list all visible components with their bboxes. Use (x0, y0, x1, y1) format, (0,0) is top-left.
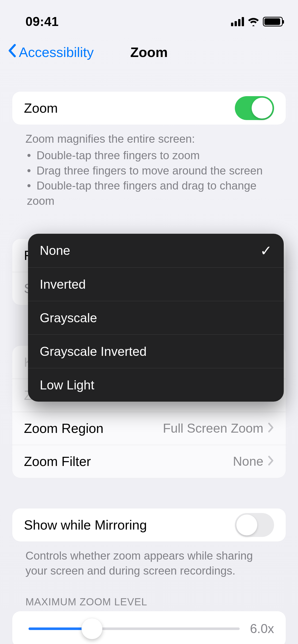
zoom-switch[interactable] (235, 96, 274, 120)
filter-option-grayscale[interactable]: Grayscale (28, 301, 284, 334)
filter-option-none[interactable]: None ✓ (28, 234, 284, 267)
zoom-filter-label: Zoom Filter (24, 454, 91, 469)
filter-option-inverted[interactable]: Inverted (28, 267, 284, 301)
zoom-help-lead: Zoom magnifies the entire screen: (25, 131, 273, 148)
zoom-region-value: Full Screen Zoom (163, 421, 263, 436)
max-zoom-header: MAXIMUM ZOOM LEVEL (12, 596, 286, 611)
wifi-icon (248, 17, 259, 26)
zoom-region-label: Zoom Region (24, 421, 103, 436)
mirroring-row: Show while Mirroring (12, 508, 286, 541)
zoom-toggle-label: Zoom (24, 100, 58, 116)
status-icons (231, 17, 283, 26)
battery-icon (263, 17, 283, 26)
filter-option-label: None (40, 243, 70, 258)
filter-option-label: Grayscale (40, 311, 97, 325)
chevron-right-icon (268, 454, 274, 469)
mirroring-label: Show while Mirroring (24, 517, 147, 533)
mirroring-group: Show while Mirroring (12, 508, 286, 541)
zoom-help-bullet: Double-tap three fingers and drag to cha… (27, 178, 273, 208)
navigation-bar: Accessibility Zoom (0, 36, 298, 69)
status-bar: 09:41 (0, 0, 298, 36)
zoom-toggle-group: Zoom (12, 92, 286, 125)
checkmark-icon: ✓ (260, 242, 272, 259)
max-zoom-slider[interactable] (29, 627, 240, 630)
chevron-right-icon (268, 421, 274, 436)
mirroring-help-text: Controls whether zoom appears while shar… (12, 541, 286, 578)
filter-option-grayscale-inverted[interactable]: Grayscale Inverted (28, 334, 284, 368)
back-label: Accessibility (19, 44, 94, 60)
zoom-help-text: Zoom magnifies the entire screen: Double… (12, 125, 286, 208)
zoom-help-bullet: Drag three fingers to move around the sc… (27, 163, 273, 178)
cellular-signal-icon (231, 17, 244, 26)
mirroring-switch[interactable] (235, 513, 274, 537)
max-zoom-value: 6.0x (250, 621, 274, 636)
max-zoom-row: 6.0x (12, 611, 286, 644)
filter-option-label: Low Light (40, 378, 94, 392)
filter-option-label: Grayscale Inverted (40, 344, 147, 359)
chevron-left-icon (8, 43, 17, 61)
zoom-help-bullet: Double-tap three fingers to zoom (27, 148, 273, 163)
back-button[interactable]: Accessibility (8, 43, 94, 61)
zoom-filter-menu: None ✓ Inverted Grayscale Grayscale Inve… (28, 234, 284, 402)
zoom-filter-row[interactable]: Zoom Filter None (12, 445, 286, 478)
zoom-toggle-row: Zoom (12, 92, 286, 125)
max-zoom-group: 6.0x (12, 611, 286, 644)
filter-option-low-light[interactable]: Low Light (28, 368, 284, 402)
status-time: 09:41 (25, 14, 59, 29)
zoom-filter-value: None (233, 454, 263, 469)
zoom-region-row[interactable]: Zoom Region Full Screen Zoom (12, 412, 286, 445)
filter-option-label: Inverted (40, 277, 86, 292)
